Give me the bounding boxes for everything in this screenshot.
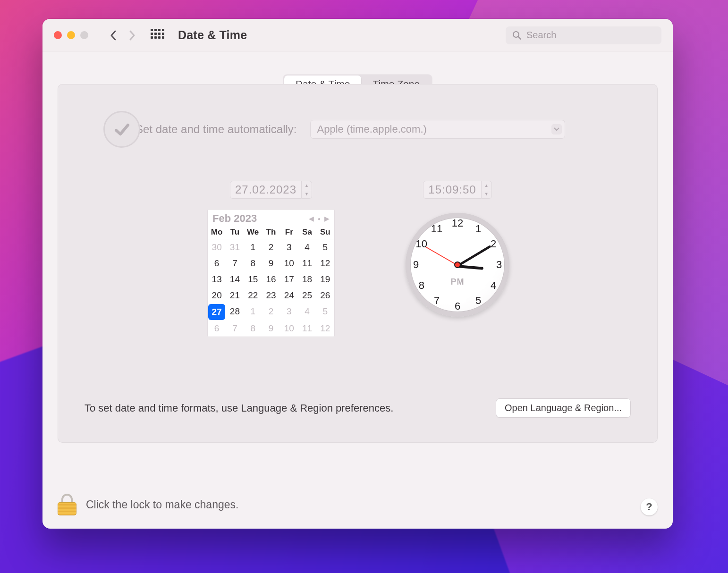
calendar-day[interactable]: 12	[316, 320, 334, 337]
clock-number: 11	[431, 223, 442, 235]
calendar-day[interactable]: 22	[244, 287, 262, 303]
calendar-dow: Sa	[298, 226, 316, 239]
calendar-prev-icon[interactable]: ◀	[309, 215, 314, 222]
calendar-day[interactable]: 5	[316, 239, 334, 255]
calendar-next-icon[interactable]: ▶	[324, 215, 330, 222]
calendar-dow: Th	[262, 226, 280, 239]
calendar-day[interactable]: 23	[262, 287, 280, 303]
stepper-down-icon[interactable]: ▼	[302, 190, 312, 199]
calendar-day[interactable]: 26	[316, 287, 334, 303]
calendar-day[interactable]: 8	[244, 320, 262, 337]
search-field[interactable]	[506, 26, 661, 44]
calendar-day[interactable]: 4	[298, 239, 316, 255]
time-value: 15:09:50	[423, 181, 481, 199]
chevron-left-icon	[110, 30, 117, 41]
time-stepper[interactable]: ▲ ▼	[482, 181, 492, 199]
calendar-day[interactable]: 31	[226, 239, 244, 255]
calendar-day[interactable]: 9	[262, 320, 280, 337]
clock-number: 1	[475, 223, 481, 235]
calendar-day[interactable]: 7	[226, 320, 244, 337]
forward-button[interactable]	[125, 26, 139, 45]
calendar-day[interactable]: 6	[208, 255, 226, 271]
set-automatically-label: Set date and time automatically:	[135, 123, 297, 136]
stepper-down-icon[interactable]: ▼	[482, 190, 491, 199]
calendar-day[interactable]: 5	[316, 303, 334, 320]
date-field[interactable]: 27.02.2023 ▲ ▼	[230, 181, 312, 199]
calendar-today-icon[interactable]: ●	[318, 216, 321, 221]
calendar-day[interactable]: 11	[298, 320, 316, 337]
calendar-day[interactable]: 1	[244, 239, 262, 255]
lock-button[interactable]	[58, 494, 76, 515]
clock-number: 10	[416, 238, 427, 250]
clock-number: 2	[491, 238, 496, 250]
calendar-day[interactable]: 15	[244, 271, 262, 287]
clock-number: 7	[434, 295, 440, 307]
calendar-day[interactable]: 2	[262, 303, 280, 320]
stepper-up-icon[interactable]: ▲	[482, 181, 491, 190]
clock-number: 12	[452, 217, 463, 229]
calendar-day[interactable]: 1	[244, 303, 262, 320]
calendar-day[interactable]: 30	[208, 239, 226, 255]
calendar-day[interactable]: 27	[208, 304, 225, 320]
preferences-window: Date & Time Date & Time Time Zone Set da…	[42, 19, 673, 529]
calendar-day[interactable]: 20	[208, 287, 226, 303]
clock-number: 8	[419, 279, 424, 292]
calendar-day[interactable]: 18	[298, 271, 316, 287]
calendar-day[interactable]: 8	[244, 255, 262, 271]
close-window-button[interactable]	[54, 31, 62, 39]
formats-hint-label: To set date and time formats, use Langua…	[85, 402, 393, 414]
calendar-day[interactable]: 25	[298, 287, 316, 303]
calendar-day[interactable]: 28	[226, 303, 244, 320]
clock-number: 6	[455, 300, 460, 312]
zoom-window-button[interactable]	[80, 31, 88, 39]
stepper-up-icon[interactable]: ▲	[302, 181, 312, 190]
minimize-window-button[interactable]	[67, 31, 75, 39]
date-value: 27.02.2023	[230, 181, 302, 199]
calendar-dow: We	[244, 226, 262, 239]
search-icon	[512, 31, 522, 40]
calendar-day[interactable]: 17	[280, 271, 298, 287]
calendar-day[interactable]: 11	[298, 255, 316, 271]
calendar-day[interactable]: 12	[316, 255, 334, 271]
calendar-day[interactable]: 24	[280, 287, 298, 303]
clock-ampm-label: PM	[451, 277, 465, 287]
calendar-day[interactable]: 6	[208, 320, 226, 337]
calendar-day[interactable]: 2	[262, 239, 280, 255]
calendar-day[interactable]: 3	[280, 303, 298, 320]
clock-center-pin	[455, 262, 460, 267]
calendar-dow: Su	[316, 226, 334, 239]
time-field[interactable]: 15:09:50 ▲ ▼	[423, 181, 491, 199]
help-button[interactable]: ?	[641, 498, 658, 515]
calendar[interactable]: Feb 2023 ◀ ● ▶ MoTuWeThFrSaSu30311234567…	[207, 209, 335, 337]
window-title: Date & Time	[178, 28, 247, 42]
calendar-day[interactable]: 7	[226, 255, 244, 271]
calendar-day[interactable]: 10	[280, 255, 298, 271]
calendar-day[interactable]: 19	[316, 271, 334, 287]
clock-number: 3	[496, 259, 502, 271]
chevron-right-icon	[128, 30, 136, 41]
back-button[interactable]	[106, 26, 120, 45]
calendar-day[interactable]: 13	[208, 271, 226, 287]
calendar-day[interactable]: 10	[280, 320, 298, 337]
lock-hint-label: Click the lock to make changes.	[86, 498, 238, 511]
chevron-down-icon	[551, 124, 562, 135]
search-input[interactable]	[526, 30, 655, 41]
window-controls	[54, 31, 88, 39]
clock-number: 5	[475, 295, 481, 307]
calendar-day[interactable]: 14	[226, 271, 244, 287]
calendar-month-label: Feb 2023	[212, 212, 257, 225]
calendar-day[interactable]: 9	[262, 255, 280, 271]
titlebar: Date & Time	[42, 19, 673, 52]
calendar-day[interactable]: 21	[226, 287, 244, 303]
analog-clock: 121234567891011 PM	[406, 213, 509, 317]
set-automatically-checkbox[interactable]	[103, 111, 140, 148]
time-server-dropdown[interactable]: Apple (time.apple.com.)	[310, 120, 565, 139]
calendar-dow: Fr	[280, 226, 298, 239]
open-language-region-button[interactable]: Open Language & Region...	[496, 398, 631, 418]
calendar-day[interactable]: 16	[262, 271, 280, 287]
calendar-day[interactable]: 4	[298, 303, 316, 320]
calendar-day[interactable]: 3	[280, 239, 298, 255]
time-server-value: Apple (time.apple.com.)	[317, 123, 427, 135]
date-stepper[interactable]: ▲ ▼	[302, 181, 312, 199]
show-all-button[interactable]	[151, 29, 164, 42]
